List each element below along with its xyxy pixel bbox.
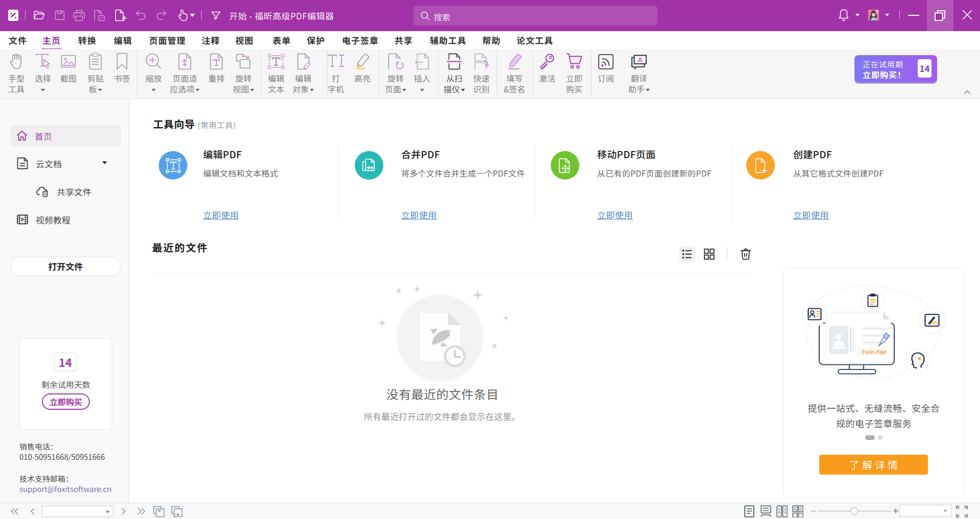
svg-text:OCR: OCR [476, 59, 487, 64]
svg-text:A: A [638, 56, 643, 64]
svg-text:Foxit eSign: Foxit eSign [862, 349, 887, 355]
